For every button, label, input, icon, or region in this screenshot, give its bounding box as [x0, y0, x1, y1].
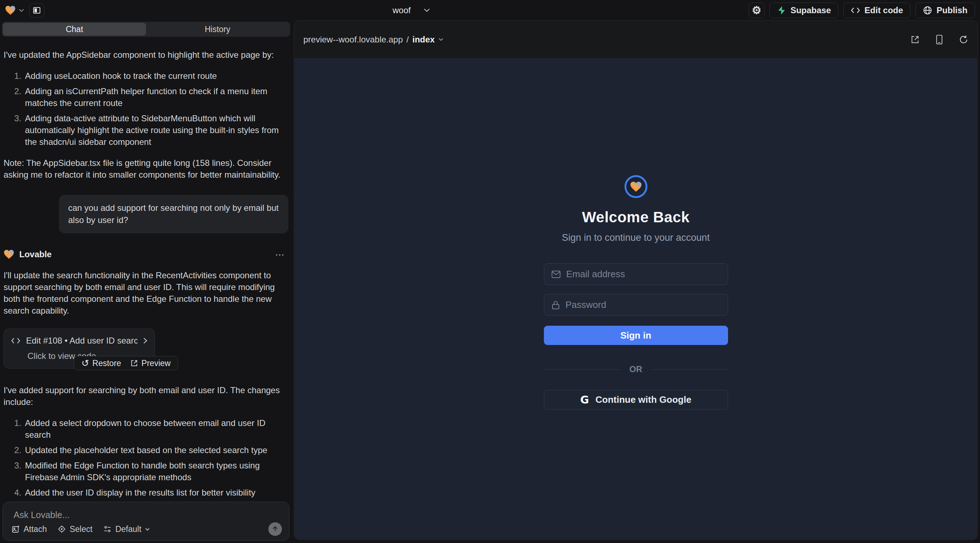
list-item: 1.Adding useLocation hook to track the c… [3, 70, 288, 82]
mail-icon [551, 270, 561, 278]
send-button[interactable] [268, 522, 282, 536]
supabase-button[interactable]: Supabase [770, 3, 838, 18]
edit-code-label: Edit code [864, 5, 903, 15]
lock-icon [551, 300, 560, 310]
email-field[interactable]: Email address [544, 263, 728, 285]
edit-card-hover-actions: ↺ Restore Preview [74, 356, 178, 370]
preview-button[interactable]: Preview [130, 357, 170, 369]
edit-code-button[interactable]: Edit code [843, 3, 910, 18]
external-link-icon [130, 359, 138, 367]
list-item: 3.Adding data-active attribute to Sideba… [3, 113, 288, 148]
project-name[interactable]: woof [393, 5, 411, 15]
lovable-heart-icon [3, 249, 14, 259]
publish-label: Publish [937, 5, 967, 15]
composer-input[interactable]: Ask Lovable... [14, 510, 70, 520]
lovable-heart-icon [5, 5, 16, 15]
continue-with-google-button[interactable]: G Continue with Google [544, 390, 728, 410]
select-button[interactable]: Select [57, 524, 92, 534]
preview-page-name: index [412, 35, 435, 44]
supabase-icon [777, 6, 786, 15]
assistant-numbered-list: 1.Added a select dropdown to choose betw… [3, 417, 288, 499]
chevron-down-icon [19, 9, 24, 12]
message-options-icon[interactable]: ⋯ [275, 249, 285, 261]
password-placeholder: Password [566, 299, 606, 310]
sign-in-button[interactable]: Sign in [544, 326, 728, 345]
supabase-label: Supabase [791, 5, 831, 15]
preview-app-viewport: Welcome Back Sign in to continue to your… [294, 58, 977, 540]
list-item: 2.Updated the placeholder text based on … [3, 444, 288, 456]
assistant-note-text: Note: The AppSidebar.tsx file is getting… [3, 157, 288, 181]
preview-header: preview--woof.lovable.app / index [294, 21, 977, 58]
chat-message-list[interactable]: I've updated the AppSidebar component to… [3, 43, 288, 500]
code-icon [11, 338, 20, 344]
assistant-message-text: I've added support for searching by both… [3, 384, 288, 408]
preview-url: preview--woof.lovable.app [303, 35, 403, 44]
login-form: Welcome Back Sign in to continue to your… [544, 175, 728, 410]
code-icon [851, 7, 860, 14]
password-field[interactable]: Password [544, 294, 728, 316]
list-item: 3.Modified the Edge Function to handle b… [3, 459, 288, 483]
or-divider: OR [544, 364, 728, 374]
list-item: 2.Adding an isCurrentPath helper functio… [3, 85, 288, 109]
gear-icon: ⚙ [752, 5, 761, 16]
project-chevron-down-icon[interactable] [424, 8, 430, 12]
tab-history[interactable]: History [146, 23, 289, 36]
restore-button[interactable]: ↺ Restore [81, 357, 121, 369]
settings-button[interactable]: ⚙ [749, 3, 764, 18]
assistant-numbered-list: 1.Adding useLocation hook to track the c… [3, 70, 288, 148]
select-target-icon [57, 525, 66, 533]
mobile-view-button[interactable] [935, 35, 943, 44]
composer[interactable]: Ask Lovable... Attach Select Default [3, 502, 290, 541]
restore-icon: ↺ [81, 359, 89, 368]
tab-chat[interactable]: Chat [3, 23, 146, 36]
list-item: 1.Added a select dropdown to choose betw… [3, 417, 288, 441]
assistant-message-text: I've updated the AppSidebar component to… [3, 49, 288, 61]
heart-icon [630, 181, 642, 192]
chevron-right-icon [143, 338, 147, 344]
settings-sliders-icon [103, 525, 112, 533]
sidebar-toggle-button[interactable] [29, 3, 44, 17]
open-in-new-tab-button[interactable] [910, 35, 920, 44]
assistant-message-header: Lovable ⋯ [3, 248, 288, 260]
login-title: Welcome Back [582, 209, 690, 226]
list-item: 4.Added the user ID display in the resul… [3, 487, 288, 499]
edit-code-card[interactable]: Edit #108 • Add user ID search supp... C… [3, 329, 155, 368]
chat-history-tabs: Chat History [2, 22, 290, 37]
preview-panel: preview--woof.lovable.app / index [294, 20, 978, 540]
publish-button[interactable]: Publish [915, 3, 975, 18]
preview-url-bar[interactable]: preview--woof.lovable.app / index [303, 21, 444, 58]
email-placeholder: Email address [566, 268, 625, 280]
assistant-name: Lovable [19, 248, 52, 260]
lovable-logo-menu[interactable] [5, 5, 24, 15]
globe-icon [923, 6, 932, 15]
login-subtitle: Sign in to continue to your account [562, 232, 710, 243]
app-logo [625, 175, 648, 198]
attach-image-icon [11, 525, 20, 533]
refresh-button[interactable] [959, 35, 968, 44]
google-g-icon: G [580, 394, 589, 406]
chat-panel: Chat History I've updated the AppSidebar… [0, 20, 292, 543]
chevron-down-icon[interactable] [438, 38, 444, 41]
assistant-message-text: I'll update the search functionality in … [3, 269, 288, 316]
edit-card-title: Edit #108 • Add user ID search supp... [26, 335, 137, 346]
user-message-bubble: can you add support for searching not on… [59, 195, 288, 233]
chevron-down-icon [145, 528, 150, 531]
attach-button[interactable]: Attach [11, 524, 47, 534]
chat-mode-dropdown[interactable]: Default [103, 524, 150, 534]
topbar: woof ⚙ Supabase Edit code Publish [0, 0, 980, 20]
